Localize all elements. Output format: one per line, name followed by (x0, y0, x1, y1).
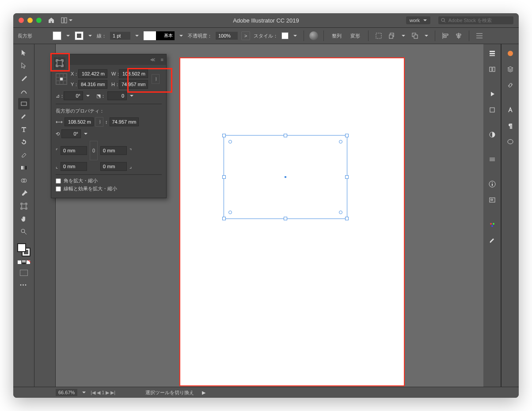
align-center-icon[interactable] (454, 31, 464, 41)
angle-input[interactable] (64, 91, 83, 100)
x-input[interactable] (78, 69, 107, 78)
corner-tr-icon[interactable]: ⌝ (129, 148, 132, 154)
resize-handle-right[interactable] (345, 175, 349, 179)
corner-widget-br[interactable] (339, 211, 342, 214)
pen-tool[interactable] (18, 72, 30, 84)
type-tool[interactable] (18, 124, 30, 135)
recolor-artwork-button[interactable] (309, 31, 318, 40)
fill-dropdown[interactable] (65, 31, 71, 40)
direct-selection-tool[interactable] (18, 60, 30, 71)
artboard-tool[interactable] (18, 200, 30, 212)
horizontal-scrollbar[interactable] (427, 390, 515, 395)
rect-width-input[interactable] (65, 117, 94, 126)
arrange-forward-button[interactable] (387, 31, 397, 41)
color-icon[interactable] (505, 49, 515, 58)
hand-tool[interactable] (18, 213, 30, 225)
corner-tr-input[interactable] (100, 146, 127, 155)
resize-handle-top-right[interactable] (345, 134, 349, 137)
paragraph-icon[interactable] (505, 121, 515, 131)
eyedropper-tool[interactable] (18, 188, 30, 199)
corner-widget-tl[interactable] (228, 140, 232, 143)
transform-panel-toggle[interactable] (54, 57, 65, 69)
corner-tl-icon[interactable]: ⌜ (56, 148, 58, 154)
transparency-icon[interactable] (487, 130, 497, 140)
panel-collapse-button[interactable]: ≪ (148, 57, 158, 63)
selected-rectangle[interactable] (224, 135, 347, 219)
eraser-tool[interactable] (18, 149, 30, 161)
graphic-style-swatch[interactable] (281, 32, 289, 39)
rect-height-input[interactable] (110, 117, 139, 126)
fill-swatch[interactable] (53, 31, 61, 40)
brushes-icon[interactable] (487, 236, 497, 245)
links-icon[interactable] (505, 80, 515, 90)
layers-icon[interactable] (505, 64, 515, 74)
corner-bl-icon[interactable]: ⌞ (56, 164, 58, 170)
stroke-swatch[interactable] (75, 31, 84, 40)
stroke-profile-dropdown[interactable] (178, 31, 184, 40)
opacity-more-button[interactable]: > (241, 31, 250, 40)
opentype-icon[interactable] (505, 137, 515, 147)
stroke-panel-icon[interactable] (487, 155, 497, 164)
libraries-icon[interactable] (487, 64, 497, 74)
transform-panel-button[interactable]: 変形 (348, 31, 363, 41)
resize-handle-top-left[interactable] (222, 134, 226, 137)
rect-link[interactable] (95, 117, 103, 127)
align-panel-button[interactable]: 整列 (329, 31, 344, 41)
curvature-tool[interactable] (18, 85, 30, 97)
paintbrush-tool[interactable] (18, 111, 30, 122)
resize-handle-bottom-right[interactable] (345, 217, 349, 220)
fill-stroke-colors[interactable] (17, 243, 30, 256)
align-left-icon[interactable] (441, 31, 450, 41)
shear-input[interactable] (107, 91, 127, 100)
corner-bl-input[interactable] (61, 162, 87, 171)
panel-menu-button[interactable]: ≡ (158, 57, 166, 62)
arrange-documents-button[interactable] (61, 17, 72, 23)
resize-handle-bottom-left[interactable] (222, 217, 226, 220)
stroke-weight-input[interactable] (110, 32, 130, 40)
rect-angle-input[interactable] (61, 129, 81, 138)
corner-tl-input[interactable] (61, 146, 87, 155)
resize-handle-top[interactable] (284, 134, 287, 137)
zoom-level[interactable]: 66.67% (56, 389, 77, 396)
search-input[interactable] (448, 18, 511, 23)
resize-handle-left[interactable] (222, 175, 226, 179)
selection-tool[interactable] (18, 47, 30, 58)
zoom-tool[interactable] (18, 226, 30, 238)
character-icon[interactable] (505, 105, 515, 115)
height-input[interactable] (119, 80, 148, 89)
rotate-tool[interactable] (18, 136, 30, 148)
navigator-icon[interactable] (487, 195, 497, 205)
y-input[interactable] (78, 80, 107, 89)
arrange-backward-button[interactable] (410, 31, 420, 41)
close-window-button[interactable] (19, 18, 24, 23)
corner-link[interactable] (90, 141, 98, 160)
home-button[interactable] (48, 17, 55, 24)
constrain-wh-link[interactable] (152, 74, 160, 84)
panel-menu-icon[interactable] (475, 31, 484, 41)
width-input[interactable] (119, 69, 148, 78)
draw-mode-row[interactable] (18, 260, 30, 264)
scale-corners-checkbox[interactable]: 角を拡大・縮小 (56, 177, 162, 184)
maximize-window-button[interactable] (36, 18, 42, 23)
stroke-weight-dropdown[interactable] (134, 31, 140, 40)
swatches-icon[interactable] (487, 220, 497, 230)
reference-point-grid[interactable] (56, 73, 67, 85)
rectangle-tool[interactable] (18, 98, 30, 109)
actions-icon[interactable] (487, 89, 497, 99)
corner-br-icon[interactable]: ⌟ (129, 164, 132, 170)
artboard-nav[interactable]: |◀◀ 1 ▶▶| (91, 390, 115, 396)
isolate-button[interactable] (374, 31, 384, 41)
stock-search[interactable] (438, 16, 513, 24)
screen-mode-button[interactable] (20, 270, 28, 276)
properties-icon[interactable] (487, 49, 497, 58)
toolbox-more[interactable]: ••• (20, 283, 27, 287)
corner-widget-tr[interactable] (339, 140, 342, 143)
corner-br-input[interactable] (100, 162, 127, 171)
stroke-dropdown[interactable] (87, 31, 93, 40)
scale-strokes-checkbox[interactable]: 線幅と効果を拡大・縮小 (56, 185, 162, 192)
info-icon[interactable] (487, 179, 497, 189)
minimize-window-button[interactable] (27, 18, 33, 23)
resize-handle-bottom[interactable] (284, 217, 287, 220)
gradient-tool[interactable] (18, 162, 30, 173)
artboards-icon[interactable] (487, 105, 497, 115)
